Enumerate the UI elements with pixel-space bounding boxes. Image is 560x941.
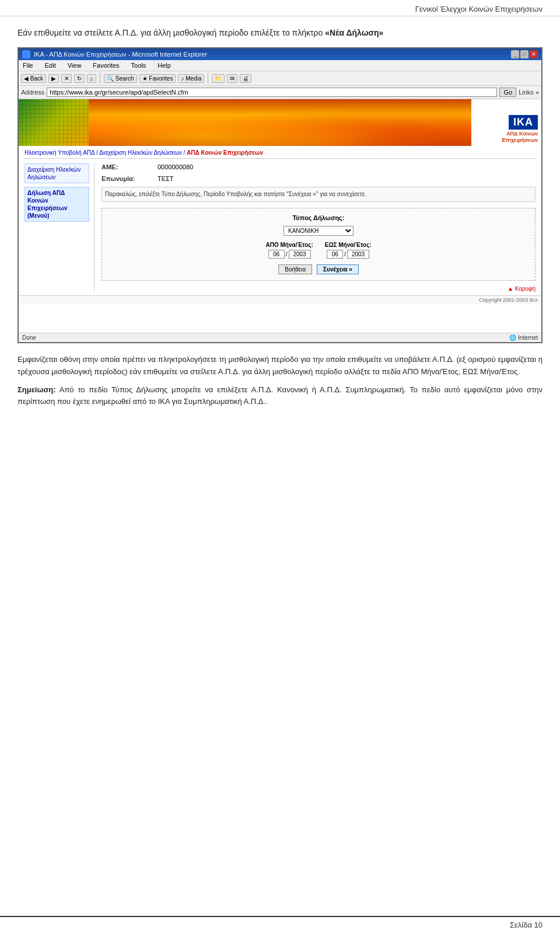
top-link-area: ▲ Κορυφή (102, 285, 536, 292)
fire-effect (89, 99, 471, 146)
description-section: Εμφανίζεται οθόνη στην οποία πρέπει να π… (18, 354, 542, 423)
description-para-1: Εμφανίζεται οθόνη στην οποία πρέπει να π… (18, 354, 542, 378)
declaration-type-select[interactable]: ΚΑΝΟΝΙΚΗ (284, 226, 354, 236)
menu-help[interactable]: Help (156, 61, 173, 69)
note-text: Από το πεδίο Τύπος Δήλωσης μπορείτε να ε… (18, 385, 542, 406)
type-section-title: Τύπος Δήλωσης: (108, 214, 529, 221)
stop-button[interactable]: ✕ (61, 74, 72, 83)
separator-2 (208, 73, 208, 83)
surname-label: Επωνυμία: (102, 175, 148, 182)
browser-menubar: File Edit View Favorites Tools Help (19, 60, 541, 71)
from-date-slash: / (286, 251, 288, 257)
back-button[interactable]: ◀ Back (21, 74, 46, 83)
help-button[interactable]: Βοήθεια (278, 264, 312, 274)
mail-button[interactable]: ✉ (227, 74, 237, 83)
breadcrumb: Ηλεκτρονική Υποβολή ΑΠΔ / Διαχείριση Ηλε… (24, 149, 536, 159)
banner-fire (89, 99, 471, 146)
to-month-input[interactable] (327, 250, 343, 259)
to-date-group: ΕΩΣ Μήνα/Έτος: / (325, 242, 372, 259)
breadcrumb-current: ΑΠΔ Κοινών Επιχειρήσεων (187, 149, 263, 156)
surname-value: ΤΕΣΤ (158, 175, 174, 182)
from-date-inputs: / (268, 250, 311, 259)
type-dropdown-row: ΚΑΝΟΝΙΚΗ (108, 226, 529, 236)
history-button[interactable]: 📁 (212, 74, 225, 83)
from-date-group: ΑΠΟ Μήνα/Έτος: / (265, 242, 313, 259)
ie-icon (22, 50, 30, 58)
from-year-input[interactable] (289, 250, 311, 259)
note-label: Σημείωση: (18, 385, 56, 394)
media-button[interactable]: ♪ Media (178, 74, 204, 83)
form-instruction: Παρακαλώς, επιλέξτε Τύπο Δήλωσης, Περίοδ… (102, 187, 536, 202)
titlebar-left: ΙΚΑ - ΑΠΔ Κοινών Επιχειρήσεων - Microsof… (22, 50, 207, 58)
form-info-row-ame: ΑΜΕ: 0000000080 (102, 163, 536, 170)
close-button[interactable]: ✕ (530, 50, 538, 58)
date-range-row: ΑΠΟ Μήνα/Έτος: / ΕΩΣ Μήνα/Έτος: (108, 242, 529, 259)
browser-titlebar: ΙΚΑ - ΑΠΔ Κοινών Επιχειρήσεων - Microsof… (19, 48, 541, 60)
description-para-2: Σημείωση: Από το πεδίο Τύπος Δήλωσης μπο… (18, 384, 542, 409)
to-date-label: ΕΩΣ Μήνα/Έτος: (325, 242, 372, 248)
top-link[interactable]: ▲ Κορυφή (508, 285, 536, 292)
main-form-area: ΑΜΕ: 0000000080 Επωνυμία: ΤΕΣΤ Παρακαλώς… (94, 163, 536, 292)
webpage-content: Ηλεκτρονική Υποβολή ΑΠΔ / Διαχείριση Ηλε… (19, 146, 541, 295)
declaration-form: Τύπος Δήλωσης: ΚΑΝΟΝΙΚΗ ΑΠΟ Μήνα/Έτος: (102, 208, 536, 281)
breadcrumb-item-1[interactable]: Ηλεκτρονική Υποβολή ΑΠΔ (24, 149, 94, 156)
browser-title: ΙΚΑ - ΑΠΔ Κοινών Επιχειρήσεων - Microsof… (34, 51, 207, 58)
minimize-button[interactable]: _ (511, 50, 519, 58)
status-internet: 🌐 Internet (509, 334, 538, 341)
sidebar-item-management[interactable]: Διαχείριση Ηλεκ/κών Αηλώσεων (24, 163, 89, 183)
menu-edit[interactable]: Edit (43, 61, 58, 69)
continue-button[interactable]: Συνέχεια » (317, 264, 359, 274)
status-text: Done (22, 334, 36, 341)
refresh-button[interactable]: ↻ (74, 74, 85, 83)
internet-icon: 🌐 (509, 334, 516, 341)
forward-button[interactable]: ▶ (48, 74, 59, 83)
from-month-input[interactable] (268, 250, 285, 259)
to-year-input[interactable] (347, 250, 369, 259)
copyright-text: Copyright 2001-2003 IKA (479, 297, 538, 303)
menu-file[interactable]: File (21, 61, 35, 69)
status-zone: Internet (518, 334, 538, 341)
intro-text-plain: Εάν επιθυμείτε να στείλετε Α.Π.Δ. για άλ… (18, 28, 323, 37)
favorites-button[interactable]: ★ Favorites (139, 74, 176, 83)
ame-value: 0000000080 (158, 163, 193, 170)
ika-banner: IKA ΑΠΔ Κοινών Επιχειρήσεων (19, 99, 541, 146)
main-content: Εάν επιθυμείτε να στείλετε Α.Π.Δ. για άλ… (0, 27, 560, 423)
to-date-slash: / (344, 251, 346, 257)
menu-favorites[interactable]: Favorites (91, 61, 121, 69)
address-label: Address (21, 89, 44, 96)
browser-statusbar: Done 🌐 Internet (19, 333, 541, 342)
browser-window: ΙΚΑ - ΑΠΔ Κοινών Επιχειρήσεων - Microsof… (18, 47, 542, 343)
address-input[interactable] (47, 88, 497, 97)
banner-logo-area: IKA ΑΠΔ Κοινών Επιχειρήσεων (471, 99, 541, 146)
browser-addressbar: Address Go Links » (19, 86, 541, 99)
page-footer: Σελίδα 10 (0, 916, 560, 929)
menu-tools[interactable]: Tools (130, 61, 148, 69)
to-date-inputs: / (327, 250, 369, 259)
page-number: Σελίδα 10 (510, 921, 542, 929)
browser-content-area: IKA ΑΠΔ Κοινών Επιχειρήσεων Ηλεκτρονική … (19, 99, 541, 333)
breadcrumb-item-2[interactable]: Διαχείριση Ηλεκ/κών Δηλώσεων (99, 149, 182, 156)
maximize-button[interactable]: □ (520, 50, 528, 58)
copyright-row: Copyright 2001-2003 IKA (19, 295, 541, 304)
sidebar-navigation: Διαχείριση Ηλεκ/κών Αηλώσεων Δήλωση ΑΠΔ … (24, 163, 94, 292)
home-button[interactable]: ⌂ (87, 74, 96, 83)
header-title: Γενικοί Έλεγχοι Κοινών Επιχειρήσεων (415, 5, 542, 13)
from-date-label: ΑΠΟ Μήνα/Έτος: (265, 242, 313, 248)
sidebar-item-declaration[interactable]: Δήλωση ΑΠΔ Κοινών Επιχειρήσεων (Μενού) (24, 187, 89, 222)
intro-paragraph: Εάν επιθυμείτε να στείλετε Α.Π.Δ. για άλ… (18, 27, 542, 39)
ame-label: ΑΜΕ: (102, 163, 148, 170)
search-button[interactable]: 🔍 Search (104, 74, 136, 83)
form-info-row-surname: Επωνυμία: ΤΕΣΤ (102, 175, 536, 182)
go-button[interactable]: Go (499, 88, 516, 97)
browser-controls[interactable]: _ □ ✕ (511, 50, 538, 58)
separator-1 (100, 73, 100, 83)
browser-toolbar: ◀ Back ▶ ✕ ↻ ⌂ 🔍 Search ★ Favorites ♪ Me… (19, 71, 541, 86)
ika-logo: IKA (509, 115, 538, 130)
intro-bold: «Νέα Δήλωση» (325, 28, 383, 37)
menu-view[interactable]: View (66, 61, 83, 69)
print-button[interactable]: 🖨 (240, 74, 251, 83)
form-buttons-row: Βοήθεια Συνέχεια » (108, 264, 529, 274)
webpage-two-col: Διαχείριση Ηλεκ/κών Αηλώσεων Δήλωση ΑΠΔ … (24, 163, 536, 292)
page-header: Γενικοί Έλεγχοι Κοινών Επιχειρήσεων (0, 0, 560, 16)
ika-subtitle: ΑΠΔ Κοινών Επιχειρήσεων (475, 131, 538, 144)
